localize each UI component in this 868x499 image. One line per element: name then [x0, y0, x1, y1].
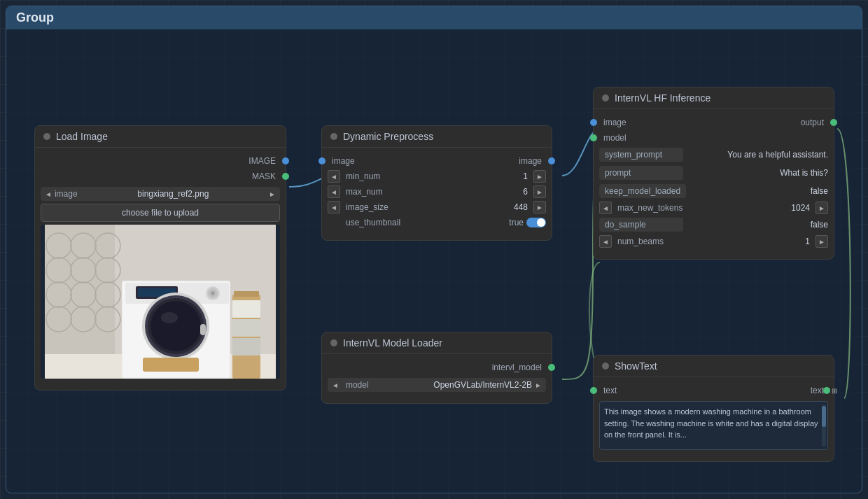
mask-out-dot	[282, 173, 289, 180]
svg-point-22	[211, 291, 215, 295]
internvl-hf-dot	[602, 94, 609, 101]
model-loader-node: InternVL Model Loader intervl_model ◄ mo…	[321, 332, 552, 404]
dp-min-num-row: ◄ min_num 1 ►	[322, 169, 552, 184]
model-left-arrow: ◄	[332, 381, 339, 389]
model-right-arrow: ►	[535, 381, 542, 389]
dp-max-num-right-btn[interactable]: ►	[533, 185, 546, 198]
show-text-node: ShowText text text ⊞ This image shows a …	[593, 355, 834, 462]
group-container: Group Load Image IMAGE MASK	[6, 6, 862, 493]
load-image-header: Load Image	[35, 126, 286, 148]
dp-image-out-dot	[548, 157, 555, 164]
hf-output-dot	[830, 119, 837, 126]
choose-file-button[interactable]: choose file to upload	[41, 204, 280, 222]
dynamic-preprocess-header: Dynamic Preprocess	[322, 126, 552, 148]
show-text-body: text text ⊞ This image shows a modern wa…	[594, 377, 834, 461]
hf-keep-model-row: keep_model_loaded false	[594, 182, 834, 200]
hf-do-sample-value: false	[811, 220, 828, 230]
svg-rect-32	[232, 319, 260, 337]
washing-machine-svg	[41, 225, 280, 379]
dp-min-num-label: min_num	[343, 171, 517, 181]
hf-num-beams-value: 1	[802, 237, 813, 246]
hf-image-in-label: image	[594, 118, 626, 127]
image-out-dot	[282, 157, 289, 164]
image-out-label: IMAGE	[248, 156, 286, 166]
mask-out-port-row: MASK	[35, 169, 286, 184]
st-text-grid-icon: ⊞	[832, 387, 837, 395]
st-text-out-port: ⊞	[823, 387, 837, 395]
image-preview	[41, 225, 280, 379]
hf-system-prompt-key: system_prompt	[599, 148, 683, 162]
model-loader-title: InternVL Model Loader	[343, 337, 442, 349]
st-text-in-dot	[590, 387, 597, 394]
model-label: model	[342, 380, 430, 390]
svg-rect-28	[200, 324, 206, 335]
hf-keep-model-value: false	[811, 186, 828, 196]
hf-max-tokens-left-btn[interactable]: ◄	[599, 202, 612, 214]
hf-image-in-dot	[590, 119, 597, 126]
hf-system-prompt-value: You are a helpful assistant.	[727, 150, 828, 160]
dp-image-out-label: image	[519, 156, 552, 166]
text-output-area: This image shows a modern washing machin…	[599, 401, 828, 450]
dynamic-preprocess-body: image image ◄ min_num 1 ► ◄ max_num 6 ► …	[322, 148, 552, 240]
hf-max-tokens-right-btn[interactable]: ►	[816, 202, 828, 214]
filename-text: bingxiang_ref2.png	[80, 189, 267, 199]
internvl-hf-node: InternVL HF Inference image output model…	[593, 87, 834, 260]
dp-image-size-value: 448	[511, 202, 531, 212]
load-image-body: IMAGE MASK ◄ image bingxiang_ref2.png ► …	[35, 148, 286, 390]
image-out-port-row: IMAGE	[35, 153, 286, 169]
dynamic-preprocess-node: Dynamic Preprocess image image ◄ min_num…	[321, 125, 552, 241]
hf-max-tokens-value: 1024	[788, 203, 813, 213]
image-filename-row: ◄ image bingxiang_ref2.png ►	[41, 187, 280, 201]
dynamic-preprocess-dot	[330, 133, 337, 140]
svg-rect-34	[143, 358, 199, 372]
hf-num-beams-label: num_beams	[615, 237, 799, 246]
dp-use-thumbnail-row: use_thumbnail true	[322, 215, 552, 234]
svg-rect-30	[234, 291, 259, 297]
model-selector-row: ◄ model OpenGVLab/InternVL2-2B ►	[328, 378, 546, 392]
dp-min-num-left-btn[interactable]: ◄	[328, 170, 340, 183]
dp-thumbnail-track	[526, 218, 546, 227]
hf-output-label: output	[801, 118, 834, 127]
hf-prompt-key: prompt	[599, 166, 683, 180]
show-text-dot	[602, 363, 609, 370]
model-value: OpenGVLab/InternVL2-2B	[433, 380, 532, 390]
dp-max-num-left-btn[interactable]: ◄	[328, 185, 340, 198]
text-scrollbar-thumb	[822, 406, 826, 427]
hf-num-beams-row: ◄ num_beams 1 ►	[594, 234, 834, 253]
svg-point-27	[161, 312, 178, 323]
group-title: Group	[6, 6, 862, 29]
load-image-title: Load Image	[56, 131, 108, 142]
st-text-in-label: text	[594, 386, 617, 395]
text-output-content: This image shows a modern washing machin…	[604, 406, 823, 441]
dp-thumbnail-toggle[interactable]: true	[509, 218, 546, 227]
dynamic-preprocess-title: Dynamic Preprocess	[343, 131, 433, 142]
text-scrollbar[interactable]	[822, 405, 826, 447]
hf-prompt-value: What is this?	[780, 168, 828, 178]
dp-image-size-label: image_size	[343, 202, 508, 212]
hf-do-sample-row: do_sample false	[594, 216, 834, 234]
st-text-port-row: text text ⊞	[594, 383, 834, 398]
dp-max-num-label: max_num	[343, 187, 517, 197]
dp-image-size-right-btn[interactable]: ►	[533, 201, 546, 213]
dp-use-thumbnail-label: use_thumbnail	[343, 218, 506, 227]
dp-min-num-right-btn[interactable]: ►	[533, 170, 546, 183]
hf-image-port-row: image output	[594, 115, 834, 130]
hf-model-in-dot	[590, 134, 597, 141]
model-out-label: intervl_model	[492, 363, 552, 372]
dp-image-size-row: ◄ image_size 448 ►	[322, 199, 552, 215]
dp-image-in-dot	[318, 157, 326, 164]
hf-prompt-row: prompt What is this?	[594, 164, 834, 182]
hf-num-beams-right-btn[interactable]: ►	[816, 235, 828, 248]
hf-num-beams-left-btn[interactable]: ◄	[599, 235, 612, 248]
dp-min-num-value: 1	[520, 171, 531, 181]
hf-model-port-row: model	[594, 130, 834, 146]
dp-thumbnail-thumb	[537, 218, 545, 227]
hf-keep-model-key: keep_model_loaded	[599, 184, 686, 198]
dp-image-size-left-btn[interactable]: ◄	[328, 201, 340, 213]
svg-rect-33	[232, 338, 260, 356]
st-text-out-dot	[823, 387, 830, 394]
dp-max-num-row: ◄ max_num 6 ►	[322, 184, 552, 199]
filename-right-arrow: ►	[269, 190, 276, 198]
model-loader-dot	[330, 339, 337, 346]
internvl-hf-title: InternVL HF Inference	[615, 92, 710, 104]
